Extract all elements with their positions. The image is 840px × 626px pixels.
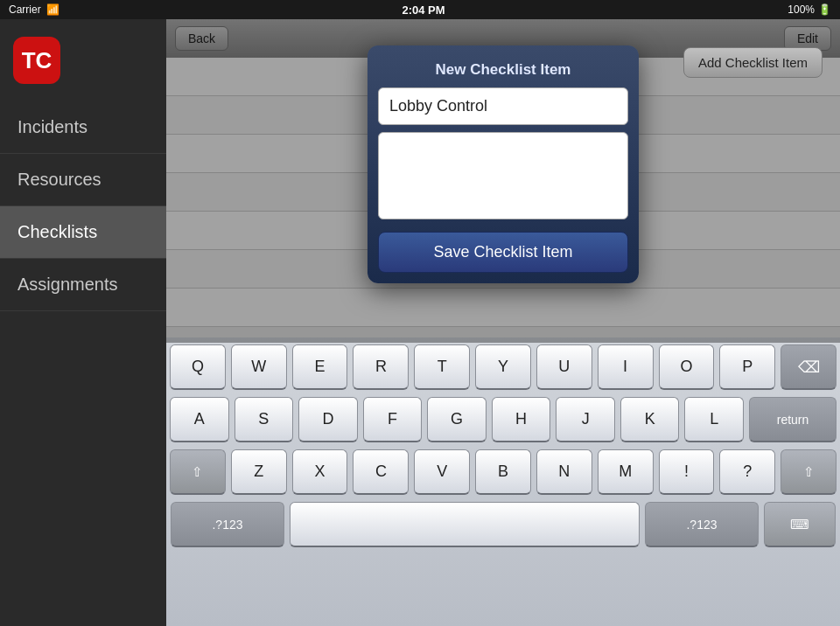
keyboard-row-2: A S D F G H J K L return <box>170 397 836 442</box>
key-backspace[interactable]: ⌫ <box>780 344 836 390</box>
key-question[interactable]: ? <box>719 449 775 495</box>
key-u[interactable]: U <box>536 344 592 390</box>
keyboard-row-4: .?123 .?123 ⌨ <box>170 502 836 547</box>
keyboard: Q W E R T Y U I O P ⌫ A S D F G H J K L … <box>166 337 840 626</box>
sidebar: TC Incidents Resources Checklists Assign… <box>0 19 166 626</box>
key-d[interactable]: D <box>298 397 358 442</box>
key-c[interactable]: C <box>353 449 409 495</box>
logo-badge: TC <box>13 37 60 84</box>
key-m[interactable]: M <box>598 449 654 495</box>
key-exclaim[interactable]: ! <box>659 449 715 495</box>
key-t[interactable]: T <box>414 344 470 390</box>
key-space[interactable] <box>290 502 640 547</box>
key-q[interactable]: Q <box>170 344 226 390</box>
keyboard-row-1: Q W E R T Y U I O P ⌫ <box>170 344 836 390</box>
key-a[interactable]: A <box>170 397 229 442</box>
key-n[interactable]: N <box>536 449 592 495</box>
key-f[interactable]: F <box>363 397 423 442</box>
key-l[interactable]: L <box>684 397 744 442</box>
wifi-icon: 📶 <box>46 3 60 16</box>
checklist-description-input[interactable] <box>378 132 628 219</box>
key-keyboard-dismiss[interactable]: ⌨ <box>764 502 836 547</box>
key-numbers-left[interactable]: .?123 <box>171 502 284 547</box>
key-h[interactable]: H <box>492 397 551 442</box>
battery-icon: 🔋 <box>818 3 831 16</box>
key-numbers-right[interactable]: .?123 <box>645 502 759 547</box>
save-checklist-button[interactable]: Save Checklist Item <box>378 232 628 273</box>
key-g[interactable]: G <box>427 397 486 442</box>
key-y[interactable]: Y <box>475 344 531 390</box>
key-i[interactable]: I <box>598 344 654 390</box>
keyboard-row-3: ⇧ Z X C V B N M ! ? ⇧ <box>170 449 836 495</box>
main-content: Back Edit Add Checklist Item New Checkli… <box>166 19 840 626</box>
key-shift-left[interactable]: ⇧ <box>170 449 226 495</box>
status-bar: Carrier 📶 2:04 PM 100% 🔋 <box>0 0 840 19</box>
key-s[interactable]: S <box>234 397 294 442</box>
key-return[interactable]: return <box>749 397 836 442</box>
sidebar-item-checklists[interactable]: Checklists <box>0 206 166 259</box>
battery-label: 100% <box>788 3 815 16</box>
key-o[interactable]: O <box>659 344 715 390</box>
key-v[interactable]: V <box>414 449 470 495</box>
key-e[interactable]: E <box>292 344 348 390</box>
sidebar-item-resources[interactable]: Resources <box>0 154 166 206</box>
carrier-label: Carrier <box>9 3 41 16</box>
status-right: 100% 🔋 <box>788 3 831 16</box>
modal-title: New Checklist Item <box>378 56 628 87</box>
key-w[interactable]: W <box>231 344 287 390</box>
key-p[interactable]: P <box>719 344 775 390</box>
key-j[interactable]: J <box>556 397 615 442</box>
sidebar-item-assignments[interactable]: Assignments <box>0 259 166 311</box>
status-left: Carrier 📶 <box>9 3 60 16</box>
add-checklist-button[interactable]: Add Checklist Item <box>683 47 822 78</box>
sidebar-item-incidents[interactable]: Incidents <box>0 101 166 154</box>
key-z[interactable]: Z <box>231 449 287 495</box>
key-x[interactable]: X <box>292 449 348 495</box>
key-shift-right[interactable]: ⇧ <box>780 449 836 495</box>
checklist-title-input[interactable] <box>378 87 628 125</box>
status-time: 2:04 PM <box>402 3 444 17</box>
key-k[interactable]: K <box>620 397 680 442</box>
key-r[interactable]: R <box>353 344 409 390</box>
key-b[interactable]: B <box>475 449 531 495</box>
new-checklist-modal: New Checklist Item Save Checklist Item <box>368 45 639 283</box>
logo-area: TC <box>0 28 166 101</box>
